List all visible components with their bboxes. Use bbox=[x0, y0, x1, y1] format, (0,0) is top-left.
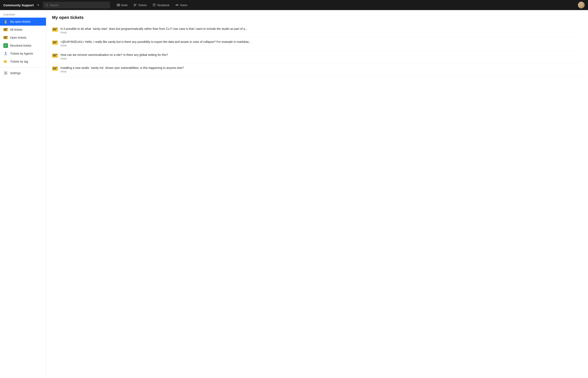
hourglass-icon: ⏳ bbox=[3, 19, 8, 24]
sidebar-label-resolved-tickets: Resolved tickets bbox=[10, 44, 31, 47]
ticket-row-text: How can we remove canonicalisation on a … bbox=[60, 53, 582, 56]
main-layout: Content ⏳ My open tickets All tickets Op… bbox=[0, 10, 588, 378]
sidebar-item-tickets-by-tag[interactable]: Tickets by tag bbox=[0, 57, 46, 66]
table-row[interactable]: Is it possible to do what `sanity start`… bbox=[52, 24, 582, 37]
brand-title: Community Support bbox=[3, 3, 34, 7]
desk-icon bbox=[117, 3, 120, 7]
search-bar[interactable] bbox=[43, 2, 110, 8]
user-avatar[interactable] bbox=[578, 2, 585, 8]
sidebar-label-tickets-by-agents: Tickets by Agents bbox=[10, 52, 33, 55]
search-input[interactable] bbox=[50, 4, 107, 7]
svg-point-19 bbox=[5, 74, 6, 75]
ticket-icon-all bbox=[3, 27, 8, 32]
content-area: My open tickets Is it possible to do wha… bbox=[46, 10, 588, 378]
ticket-row-icon bbox=[52, 40, 58, 45]
top-navigation: Community Support + Desk Tickets bbox=[0, 0, 588, 10]
svg-point-12 bbox=[5, 72, 6, 74]
nav-tickets-label: Tickets bbox=[138, 4, 147, 7]
add-button[interactable]: + bbox=[36, 2, 40, 8]
sidebar-section-label: Content bbox=[0, 14, 46, 18]
svg-point-20 bbox=[7, 74, 7, 75]
nav-storybook[interactable]: Storybook bbox=[150, 2, 172, 8]
nav-desk[interactable]: Desk bbox=[114, 2, 130, 8]
nav-tickets[interactable]: Tickets bbox=[131, 2, 149, 8]
ticket-list: Is it possible to do what `sanity start`… bbox=[52, 24, 582, 76]
svg-rect-4 bbox=[119, 4, 120, 6]
svg-point-15 bbox=[7, 72, 7, 72]
svg-point-9 bbox=[5, 52, 7, 54]
svg-point-18 bbox=[4, 74, 5, 75]
ticket-row-tag: #help bbox=[60, 57, 582, 60]
sidebar-item-open-tickets[interactable]: Open tickets bbox=[0, 34, 46, 41]
ticket-row-text: <@U9Y9GEUA1> Hello, I really like sanity… bbox=[60, 40, 582, 43]
sidebar-item-my-open-tickets[interactable]: ⏳ My open tickets bbox=[0, 18, 46, 26]
nav-vision[interactable]: Vision bbox=[173, 2, 190, 8]
sidebar-label-my-open-tickets: My open tickets bbox=[10, 20, 30, 23]
sidebar-item-all-tickets[interactable]: All tickets bbox=[0, 26, 46, 34]
nav-vision-label: Vision bbox=[180, 4, 187, 7]
svg-point-16 bbox=[4, 73, 5, 73]
sidebar-item-resolved-tickets[interactable]: ✓ Resolved tickets bbox=[0, 41, 46, 50]
svg-point-14 bbox=[5, 72, 6, 72]
svg-point-17 bbox=[7, 73, 7, 73]
page-title: My open tickets bbox=[52, 15, 582, 20]
ticket-row-tag: #help bbox=[60, 70, 582, 73]
sidebar-label-tickets-by-tag: Tickets by tag bbox=[10, 60, 28, 63]
nav-desk-label: Desk bbox=[121, 4, 128, 7]
sidebar-label-open-tickets: Open tickets bbox=[10, 36, 27, 39]
ticket-row-text: Is it possible to do what `sanity start`… bbox=[60, 27, 582, 30]
table-row[interactable]: installing a new studio `sanity init` sh… bbox=[52, 63, 582, 76]
svg-rect-2 bbox=[117, 4, 118, 6]
svg-point-8 bbox=[177, 5, 177, 5]
nav-items: Desk Tickets Storybook Vision bbox=[114, 2, 190, 8]
tickets-nav-icon bbox=[133, 3, 137, 7]
ticket-row-icon bbox=[52, 67, 58, 71]
person-icon bbox=[3, 51, 8, 56]
sidebar-divider bbox=[0, 67, 46, 68]
tag-icon bbox=[3, 59, 8, 64]
settings-icon bbox=[3, 71, 8, 75]
vision-icon bbox=[175, 3, 179, 7]
svg-line-1 bbox=[47, 5, 48, 6]
svg-point-11 bbox=[4, 61, 5, 62]
svg-rect-3 bbox=[118, 4, 119, 6]
storybook-icon bbox=[152, 3, 156, 7]
ticket-row-tag: #help bbox=[60, 31, 582, 34]
sidebar-item-tickets-by-agents[interactable]: Tickets by Agents bbox=[0, 50, 46, 57]
svg-rect-10 bbox=[4, 60, 7, 63]
sidebar-label-all-tickets: All tickets bbox=[10, 28, 23, 31]
sidebar-label-settings: Settings bbox=[10, 71, 21, 75]
ticket-icon-open bbox=[3, 35, 8, 40]
sidebar-item-settings[interactable]: Settings bbox=[0, 69, 46, 77]
ticket-row-icon bbox=[52, 27, 58, 32]
checkmark-icon: ✓ bbox=[3, 43, 8, 48]
table-row[interactable]: How can we remove canonicalisation on a … bbox=[52, 50, 582, 63]
ticket-row-tag: #help bbox=[60, 44, 582, 47]
ticket-row-text: installing a new studio `sanity init` sh… bbox=[60, 66, 582, 69]
sidebar: Content ⏳ My open tickets All tickets Op… bbox=[0, 10, 46, 378]
ticket-row-icon bbox=[52, 54, 58, 58]
table-row[interactable]: <@U9Y9GEUA1> Hello, I really like sanity… bbox=[52, 37, 582, 50]
search-icon bbox=[45, 4, 48, 7]
nav-storybook-label: Storybook bbox=[157, 4, 170, 7]
svg-point-13 bbox=[4, 72, 5, 72]
